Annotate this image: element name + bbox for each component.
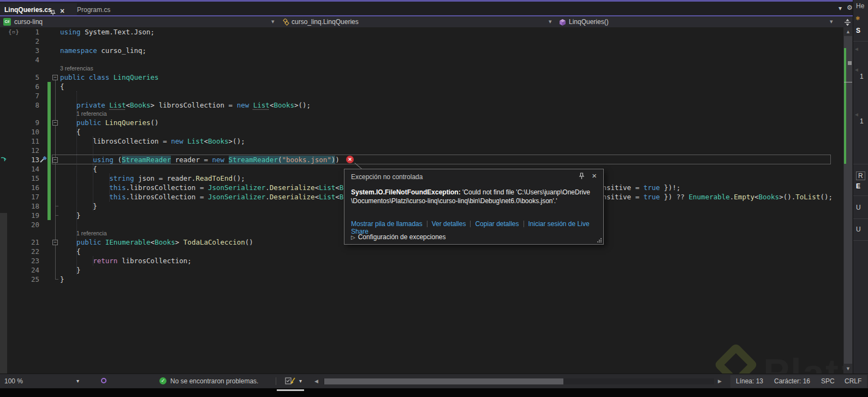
problems-status[interactable]: No se encontraron problemas. [170,374,258,388]
code-token: public class [60,73,109,81]
change-tracking-bar [47,82,51,220]
code-token: ToList [795,193,820,201]
code-token: })!; [660,183,681,192]
code-token [60,193,109,201]
code-token: IEnumerable [105,238,151,246]
code-token: . [265,183,270,192]
code-token: = [631,193,644,201]
code-line: { [60,82,64,91]
link-view-details[interactable]: Ver detalles [432,220,466,228]
exception-settings-expander[interactable]: ▷Configuración de excepciones [351,233,445,241]
scrollbar-thumb[interactable] [324,378,563,384]
fold-toggle[interactable]: – [52,75,58,80]
divider [853,218,868,219]
close-icon[interactable]: × [592,171,597,180]
chevron-down-icon[interactable]: ▾ [299,374,302,388]
pin-icon[interactable] [579,173,585,181]
divider [276,377,276,385]
code-token: (); [233,174,245,182]
code-token: reader. [167,174,196,182]
chevron-down-icon[interactable]: ▾ [549,18,552,25]
sliver-text: R [856,171,865,180]
code-token [60,118,76,127]
method-cube-icon [559,19,566,28]
link-show-call-stack[interactable]: Mostrar pila de llamadas [351,220,423,228]
code-token: Books [130,101,151,109]
code-token: using [60,28,81,36]
code-token: LinqQueries [105,118,151,127]
status-spaces[interactable]: SPC [816,375,840,388]
check-icon: ✓ [159,377,167,384]
chevron-down-icon[interactable]: ▾ [271,18,275,25]
scroll-up-icon[interactable]: ▲ [843,29,853,34]
codelens-references[interactable]: 1 referencia [76,110,106,118]
taskbar-indicator [277,389,304,391]
chevron-down-icon[interactable]: ▾ [830,18,833,25]
code-token: Books [759,193,780,201]
member-dropdown[interactable]: LinqQueries() [569,18,609,26]
project-dropdown[interactable]: curso-linq [14,18,43,26]
code-cleanup-broom-icon[interactable] [285,377,296,387]
status-eol[interactable]: CRLF [839,375,867,388]
code-token: Enumerable [689,193,730,201]
divider [853,195,868,196]
exception-message-part2: \Documentos\Platzi\curso-linq\curso-linq… [351,197,557,205]
code-line: private List<Books> librosCollection = n… [60,100,311,110]
fold-toggle[interactable]: – [52,157,58,163]
code-token: = [631,183,644,192]
codelens-references[interactable]: 1 referencia [76,229,106,238]
exception-settings-label: Configuración de excepciones [358,233,446,241]
code-token [249,101,253,109]
code-token: json [134,174,154,182]
code-token: .librosCollection [126,193,195,201]
scroll-right-icon[interactable]: ▶ [718,374,722,388]
class-icon [282,19,289,28]
code-token: librosCollection [60,137,159,145]
code-token: = [195,183,208,192]
chevron-down-icon[interactable]: ▾ [76,374,79,388]
code-token: this [109,193,126,201]
error-icon[interactable]: ✕ [346,156,354,163]
code-token: namespace [60,46,97,55]
quick-actions-screwdriver-icon[interactable] [39,155,47,165]
codelens-references[interactable]: 3 referencias [60,64,93,73]
resize-grip[interactable] [597,238,602,242]
code-token: librosCollection; [117,257,191,265]
code-token: = [154,174,167,182]
sliver-text: 1 [860,73,864,80]
line-number: 1 [0,27,39,37]
code-token: Deserialize [270,193,315,201]
code-token: true [644,193,660,201]
current-statement-box [52,155,831,164]
code-token: < [754,193,759,201]
code-token: < [126,101,130,109]
type-dropdown[interactable]: curso_linq.LinqQueries [292,18,359,26]
sliver-text: He [856,2,864,10]
fold-toggle[interactable]: – [52,240,58,245]
code-token: .librosCollection [126,183,195,192]
divider [427,221,427,227]
tab-list-chevron-icon[interactable]: ▾ [839,4,842,12]
tab-bar: LinqQueries.cs × Program.cs ▾ ⚙ [0,0,853,15]
code-token: { [60,165,97,173]
fold-toggle[interactable]: – [52,120,58,126]
navigation-bar: C# curso-linq ▾ curso_linq.LinqQueries ▾… [0,15,853,27]
code-health-icon[interactable] [101,378,106,383]
code-token: } [60,202,97,210]
sliver-text: S [856,27,860,34]
vertical-scrollbar[interactable]: ▲ ▼ [843,27,853,374]
zoom-level-dropdown[interactable]: 100 % [4,374,23,388]
split-window-icon[interactable] [844,19,851,28]
sliver-text: E [856,182,860,190]
status-column: Carácter: 16 [769,375,816,388]
horizontal-scrollbar[interactable] [323,378,714,384]
line-number: 24 [0,265,39,275]
scroll-left-icon[interactable]: ◀ [314,374,318,388]
current-statement-arrow-icon [1,156,8,165]
sliver-triangle-icon: ◄ [854,111,859,117]
gear-icon[interactable]: ⚙ [847,4,853,11]
scroll-down-icon[interactable]: ▼ [843,366,853,371]
line-number: 17 [0,192,39,202]
link-copy-details[interactable]: Copiar detalles [475,220,519,228]
code-line: } [60,202,97,211]
